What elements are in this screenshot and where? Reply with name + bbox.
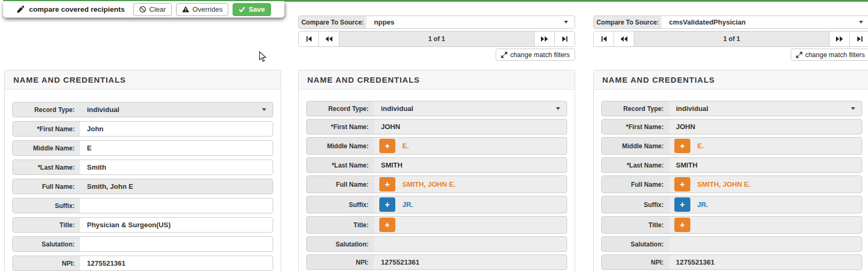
field-label: Full Name: <box>602 176 669 193</box>
warning-triangle-icon <box>182 6 189 13</box>
field-row-title: Title: + <box>601 216 862 234</box>
first-name-value: JOHN <box>374 119 567 134</box>
full-name-value: SMITH, JOHN E. <box>690 176 862 193</box>
field-label: *Last Name: <box>602 158 669 172</box>
add-title-button[interactable]: + <box>379 218 395 232</box>
panel-body: Record Type: individual *First Name: JOH… <box>594 90 868 270</box>
field-row-suffix: Suffix: <box>12 198 273 213</box>
npi-value: 1275521361 <box>374 255 567 269</box>
field-label: Record Type: <box>307 101 374 116</box>
column-edited-record: NAME AND CREDENTIALS Record Type: indivi… <box>4 0 281 271</box>
field-row-record-type[interactable]: Record Type: individual <box>12 102 273 117</box>
field-label: Record Type: <box>602 101 669 116</box>
field-label: Record Type: <box>13 102 80 117</box>
compare-to-source-label: Compare To Source: <box>299 16 367 28</box>
last-name-input[interactable]: Smith <box>80 160 273 174</box>
compare-to-source-select[interactable]: Compare To Source: cmsValidatedPhysician <box>593 15 868 29</box>
field-row-salutation: Salutation: <box>12 236 273 252</box>
comparison-column-nppes: Compare To Source: nppes 1 of 1 change m… <box>298 0 575 271</box>
field-label: Salutation: <box>602 237 669 251</box>
fast-forward-icon <box>835 35 843 43</box>
salutation-input[interactable] <box>80 237 273 251</box>
mouse-cursor <box>259 51 267 62</box>
panel-body: Record Type: individual *First Name: Joh… <box>5 90 281 271</box>
next-page-button[interactable] <box>534 31 554 46</box>
compare-to-source-select[interactable]: Compare To Source: nppes <box>298 15 575 29</box>
panel-body: Record Type: individual *First Name: JOH… <box>299 90 575 270</box>
compare-to-source-value: cmsValidatedPhysician <box>662 18 859 26</box>
field-row-npi: NPI: 1275521361 <box>601 254 862 270</box>
toolbar-title: compare covered recipients <box>17 5 124 13</box>
npi-input[interactable]: 1275521361 <box>80 256 273 270</box>
field-row-record-type[interactable]: Record Type: individual <box>601 101 862 116</box>
record-pager: 1 of 1 <box>298 31 575 47</box>
diagonal-arrows-icon <box>796 52 802 58</box>
clear-button[interactable]: Clear <box>133 3 172 16</box>
compare-to-source-label: Compare To Source: <box>594 16 662 28</box>
middle-name-value: E. <box>395 138 567 154</box>
add-full-name-button[interactable]: + <box>379 177 395 192</box>
add-title-button[interactable]: + <box>674 218 690 232</box>
add-full-name-button[interactable]: + <box>674 177 690 192</box>
overrides-button-label: Overrides <box>193 5 222 13</box>
add-suffix-button[interactable]: + <box>674 197 690 212</box>
field-row-record-type[interactable]: Record Type: individual <box>306 101 567 116</box>
field-label: NPI: <box>13 256 80 270</box>
full-name-readonly-value: Smith, John E <box>80 179 273 194</box>
overrides-button[interactable]: Overrides <box>176 3 228 16</box>
toolbar-title-text: compare covered recipients <box>29 5 124 13</box>
first-page-button[interactable] <box>299 31 319 46</box>
last-page-button[interactable] <box>849 31 868 46</box>
last-page-button[interactable] <box>554 31 575 46</box>
compare-toolbar: compare covered recipients Clear Overrid… <box>3 1 284 18</box>
field-label: Full Name: <box>13 179 80 194</box>
add-middle-name-button[interactable]: + <box>379 139 395 153</box>
field-row-npi: NPI: 1275521361 <box>12 256 273 271</box>
full-name-value: SMITH, JOHN E. <box>395 176 567 193</box>
change-match-filters-button[interactable]: change match filters <box>496 49 575 61</box>
field-row-first-name: *First Name: JOHN <box>306 119 567 134</box>
last-name-value: SMITH <box>669 158 862 172</box>
field-row-middle-name: Middle Name: + E. <box>306 137 567 155</box>
first-page-button[interactable] <box>594 31 614 46</box>
field-row-salutation: Salutation: <box>601 236 862 252</box>
name-credentials-panel: NAME AND CREDENTIALS Record Type: indivi… <box>298 70 575 271</box>
salutation-value <box>669 237 862 251</box>
skip-first-icon <box>600 35 608 43</box>
field-label: Title: <box>307 217 374 233</box>
add-suffix-button[interactable]: + <box>379 197 395 212</box>
middle-name-input[interactable]: E <box>80 141 273 155</box>
prev-page-button[interactable] <box>319 31 339 46</box>
suffix-value: JR. <box>395 196 567 213</box>
add-middle-name-button[interactable]: + <box>674 139 690 153</box>
suffix-value: JR. <box>690 196 862 213</box>
field-row-first-name: *First Name: JOHN <box>601 119 862 134</box>
field-row-middle-name: Middle Name: E <box>12 140 273 156</box>
field-row-last-name: *Last Name: SMITH <box>306 157 567 173</box>
first-name-input[interactable]: John <box>80 122 273 136</box>
name-credentials-panel: NAME AND CREDENTIALS Record Type: indivi… <box>593 70 868 271</box>
last-name-value: SMITH <box>374 158 567 172</box>
clear-circle-slash-icon <box>139 6 146 13</box>
field-row-salutation: Salutation: <box>306 236 567 252</box>
change-match-filters-button[interactable]: change match filters <box>791 49 868 61</box>
field-label: NPI: <box>602 255 669 269</box>
field-label: Suffix: <box>13 198 80 213</box>
skip-first-icon <box>305 35 313 43</box>
save-button[interactable]: Save <box>233 3 270 16</box>
field-label: Suffix: <box>307 196 374 213</box>
skip-last-icon <box>561 35 569 43</box>
prev-page-button[interactable] <box>614 31 634 46</box>
field-row-npi: NPI: 1275521361 <box>306 254 567 270</box>
chevron-down-icon <box>556 107 560 110</box>
field-row-title: Title: + <box>306 216 567 234</box>
next-page-button[interactable] <box>829 31 849 46</box>
title-input[interactable]: Physician & Surgeon(US) <box>80 218 273 232</box>
pencil-icon <box>17 5 25 13</box>
record-pager: 1 of 1 <box>593 31 868 47</box>
suffix-input[interactable] <box>80 198 273 213</box>
chevron-down-icon <box>564 21 568 23</box>
record-type-select-value: individual <box>374 101 556 116</box>
field-row-full-name: Full Name: + SMITH, JOHN E. <box>306 176 567 193</box>
field-label: *First Name: <box>307 119 374 134</box>
